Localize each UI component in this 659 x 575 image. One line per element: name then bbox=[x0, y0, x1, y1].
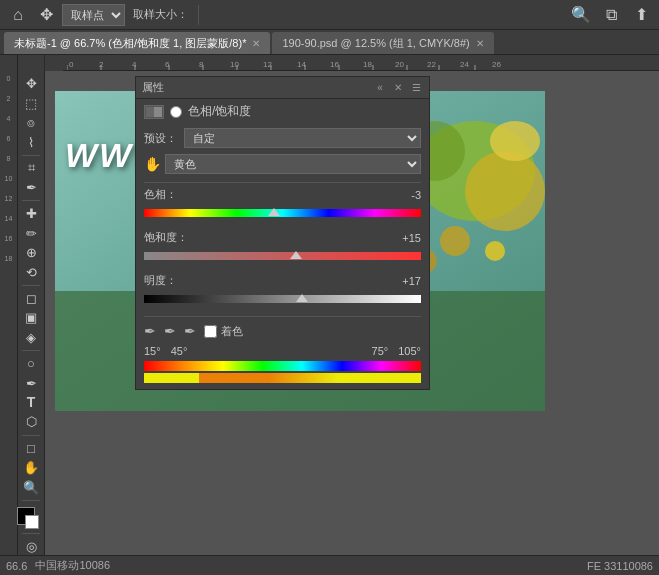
color-swatch-container bbox=[17, 507, 45, 529]
light-slider-header: 明度： +17 bbox=[144, 273, 421, 288]
ruler-v-10: 10 bbox=[0, 175, 17, 195]
brush-tool[interactable]: ✏ bbox=[20, 225, 42, 242]
shape-tool[interactable]: □ bbox=[20, 439, 42, 456]
spectrum-bar-2 bbox=[144, 373, 421, 383]
light-slider-thumb[interactable] bbox=[296, 294, 308, 302]
svg-point-30 bbox=[465, 151, 545, 231]
quick-mask-button[interactable]: ◎ bbox=[20, 538, 42, 555]
arrange-button[interactable]: ⧉ bbox=[599, 3, 623, 27]
panel-close-button[interactable]: ✕ bbox=[391, 81, 405, 95]
tool-sep-6 bbox=[22, 500, 40, 501]
tool-sep-4 bbox=[22, 350, 40, 351]
svg-text:10: 10 bbox=[230, 60, 239, 69]
blur-tool[interactable]: ◈ bbox=[20, 329, 42, 346]
panel-menu-button[interactable]: ☰ bbox=[409, 81, 423, 95]
move-tool-button[interactable]: ✥ bbox=[34, 3, 58, 27]
tab-inactive[interactable]: 190-90.psd @ 12.5% (组 1, CMYK/8#) ✕ bbox=[272, 32, 493, 54]
tool-sep-5 bbox=[22, 435, 40, 436]
preset-row: 预设： 自定 bbox=[144, 128, 421, 148]
light-slider-row: 明度： +17 bbox=[144, 273, 421, 308]
light-slider-container bbox=[144, 290, 421, 308]
colorize-checkbox-label[interactable]: 着色 bbox=[204, 324, 243, 339]
layer-dot bbox=[170, 106, 182, 118]
crop-tool[interactable]: ⌗ bbox=[20, 160, 42, 177]
hue-slider-thumb[interactable] bbox=[268, 208, 280, 216]
hue-slider-track[interactable] bbox=[144, 209, 421, 217]
move-tool[interactable]: ✥ bbox=[20, 75, 42, 92]
tab-inactive-close[interactable]: ✕ bbox=[476, 38, 484, 49]
ruler-v-2: 2 bbox=[0, 95, 17, 115]
ruler-marks-svg: 0 2 4 6 8 10 12 14 16 18 20 22 24 bbox=[67, 55, 659, 71]
ruler-v-14: 14 bbox=[0, 215, 17, 235]
erase-tool[interactable]: ◻ bbox=[20, 290, 42, 307]
text-tool[interactable]: T bbox=[20, 394, 42, 411]
tab-active[interactable]: 未标题-1 @ 66.7% (色相/饱和度 1, 图层蒙版/8)* ✕ bbox=[4, 32, 270, 54]
clone-tool[interactable]: ⊕ bbox=[20, 244, 42, 261]
status-bar: 66.6 中国移动10086 FE 33110086 bbox=[0, 555, 659, 575]
ruler-v-16: 16 bbox=[0, 235, 17, 255]
ruler-corner bbox=[0, 55, 18, 71]
light-slider-track[interactable] bbox=[144, 295, 421, 303]
svg-rect-42 bbox=[154, 107, 162, 117]
hue-slider-row: 色相： -3 bbox=[144, 187, 421, 222]
tab-active-close[interactable]: ✕ bbox=[252, 38, 260, 49]
search-button[interactable]: 🔍 bbox=[569, 3, 593, 27]
background-swatch[interactable] bbox=[25, 515, 39, 529]
heal-tool[interactable]: ✚ bbox=[20, 205, 42, 222]
sat-slider-container bbox=[144, 247, 421, 265]
layer-type-label: 色相/饱和度 bbox=[188, 103, 251, 120]
hand-tool[interactable]: ✋ bbox=[20, 459, 42, 476]
angle-row: 15° 45° 75° 105° bbox=[144, 345, 421, 357]
path-selection[interactable]: ⬡ bbox=[20, 413, 42, 430]
ruler-v-4: 4 bbox=[0, 115, 17, 135]
magic-wand-tool[interactable]: ⌇ bbox=[20, 133, 42, 150]
light-value: +17 bbox=[391, 275, 421, 287]
svg-text:24: 24 bbox=[460, 60, 469, 69]
eyedrop3-button[interactable]: ✒ bbox=[184, 323, 196, 339]
panel-controls: « ✕ ☰ bbox=[373, 81, 423, 95]
marquee-tool[interactable]: ⬚ bbox=[20, 94, 42, 111]
layer-type-row: 色相/饱和度 bbox=[144, 103, 421, 120]
angle2-value: 45° bbox=[171, 345, 188, 357]
tool-sep-2 bbox=[22, 200, 40, 201]
share-button[interactable]: ⬆ bbox=[629, 3, 653, 27]
divider-2 bbox=[144, 316, 421, 317]
colorize-label: 着色 bbox=[221, 324, 243, 339]
bottom-options: ✒ ✒ ✒ 着色 bbox=[144, 323, 421, 339]
canvas-area: 色相/饱和度 WWW.PSAHZ.COM 属性 « ✕ ☰ bbox=[45, 71, 659, 555]
svg-text:18: 18 bbox=[363, 60, 372, 69]
tool-sep-7 bbox=[22, 533, 40, 534]
sat-slider-thumb[interactable] bbox=[290, 251, 302, 259]
tab-inactive-label: 190-90.psd @ 12.5% (组 1, CMYK/8#) bbox=[282, 36, 469, 51]
svg-point-36 bbox=[485, 241, 505, 261]
eyedrop2-button[interactable]: ✒ bbox=[164, 323, 176, 339]
svg-text:16: 16 bbox=[330, 60, 339, 69]
colorize-checkbox[interactable] bbox=[204, 325, 217, 338]
gradient-tool[interactable]: ▣ bbox=[20, 309, 42, 326]
sat-slider-row: 饱和度： +15 bbox=[144, 230, 421, 265]
tab-bar: 未标题-1 @ 66.7% (色相/饱和度 1, 图层蒙版/8)* ✕ 190-… bbox=[0, 30, 659, 55]
ruler-v-0: 0 bbox=[0, 75, 17, 95]
angle4-value: 105° bbox=[398, 345, 421, 357]
history-brush[interactable]: ⟲ bbox=[20, 264, 42, 281]
home-button[interactable]: ⌂ bbox=[6, 3, 30, 27]
properties-panel-header: 属性 « ✕ ☰ bbox=[136, 77, 429, 99]
svg-text:22: 22 bbox=[427, 60, 436, 69]
dodge-tool[interactable]: ○ bbox=[20, 355, 42, 372]
lasso-tool[interactable]: ⌾ bbox=[20, 114, 42, 131]
eyedrop1-button[interactable]: ✒ bbox=[144, 323, 156, 339]
channel-select[interactable]: 黄色 bbox=[165, 154, 421, 174]
pen-tool[interactable]: ✒ bbox=[20, 374, 42, 391]
zoom-level: 66.6 bbox=[6, 560, 27, 572]
panel-collapse-button[interactable]: « bbox=[373, 81, 387, 95]
preset-label: 预设： bbox=[144, 131, 184, 146]
hue-sat-icon bbox=[145, 106, 163, 118]
eyedropper-tool[interactable]: ✒ bbox=[20, 179, 42, 196]
sat-slider-track[interactable] bbox=[144, 252, 421, 260]
zoom-tool[interactable]: 🔍 bbox=[20, 478, 42, 495]
preset-select[interactable]: 自定 bbox=[184, 128, 421, 148]
spectrum-bar-hue bbox=[144, 361, 421, 371]
sample-size-select[interactable]: 取样点 bbox=[62, 4, 125, 26]
hue-value: -3 bbox=[391, 189, 421, 201]
svg-point-32 bbox=[490, 121, 540, 161]
